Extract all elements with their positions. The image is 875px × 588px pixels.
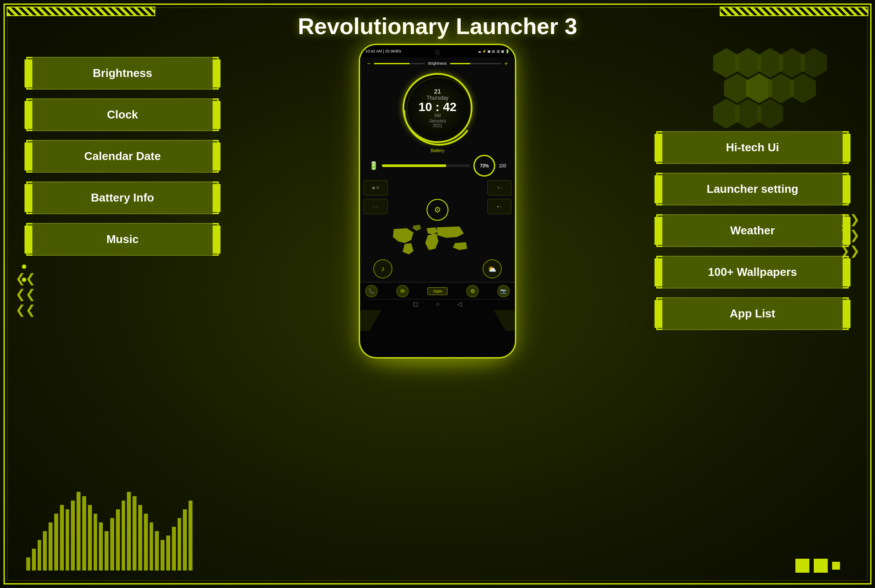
eq-bar: [105, 531, 108, 571]
phone-battery: Battery 🔋 73% 100: [360, 146, 515, 178]
eq-bar: [138, 505, 142, 571]
eq-bar: [82, 496, 86, 571]
eq-bar: [189, 501, 192, 571]
phone-screen: − Brightness +: [360, 57, 515, 310]
eq-bar: [66, 509, 70, 571]
phone-app-icons-2: ○ ○ ⚙ ● ○: [360, 197, 515, 223]
eq-bar: [166, 536, 170, 571]
applist-button[interactable]: App List: [656, 297, 849, 330]
nav-dots: [795, 559, 840, 573]
svg-point-16: [404, 75, 474, 145]
phone-app-icons-1: ▣ ⚙ ≡ •: [360, 178, 515, 197]
eq-bar: [38, 540, 42, 571]
clock-button[interactable]: Clock: [26, 98, 219, 131]
eq-bar: [71, 501, 75, 571]
eq-bar: [150, 522, 154, 571]
eq-bar: [26, 557, 30, 571]
phone-mockup: 10:42 AM | 20.9KB/s ☁ ⚡ ▣ ▤ ▥ ▦ 🔋 −: [359, 44, 516, 358]
brightness-button[interactable]: Brightness: [26, 57, 219, 90]
eq-bar: [94, 514, 98, 571]
battery-info-button[interactable]: Battery Info: [26, 181, 219, 214]
eq-bar: [122, 501, 126, 571]
equalizer: [26, 483, 192, 571]
wallpapers-button[interactable]: 100+ Wallpapers: [656, 256, 849, 289]
top-strip-right: [720, 7, 868, 16]
eq-bar: [144, 514, 148, 571]
phone-clock: 21 Thursday 10 : 42 AM January 2021: [402, 73, 472, 143]
app-title: Revolutionary Launcher 3: [298, 13, 578, 39]
eq-bar: [32, 549, 36, 571]
eq-bar: [183, 509, 187, 571]
weather-button[interactable]: Weather: [656, 214, 849, 247]
eq-bar: [178, 518, 182, 571]
eq-bar: [49, 522, 52, 571]
music-button[interactable]: Music: [26, 223, 219, 256]
eq-bar: [133, 496, 136, 571]
phone-notch: [434, 49, 441, 56]
left-panel: Brightness Clock Calendar Date Battery I…: [26, 57, 219, 256]
eq-bar: [54, 514, 58, 571]
eq-bar: [161, 540, 164, 571]
calendar-button[interactable]: Calendar Date: [26, 140, 219, 173]
eq-bar: [127, 492, 131, 571]
eq-bar: [116, 509, 120, 571]
eq-bar: [77, 492, 80, 571]
eq-bar: [110, 518, 114, 571]
hitech-button[interactable]: Hi-tech Ui: [656, 131, 849, 164]
eq-bar: [88, 505, 92, 571]
eq-bar: [155, 531, 159, 571]
phone-brightness: − Brightness +: [360, 57, 515, 70]
phone: 10:42 AM | 20.9KB/s ☁ ⚡ ▣ ▤ ▥ ▦ 🔋 −: [359, 44, 516, 358]
launcher-setting-button[interactable]: Launcher setting: [656, 173, 849, 205]
brightness-btn-inner[interactable]: Brightness: [26, 57, 219, 90]
left-dots: [22, 264, 26, 282]
right-panel: Hi-tech Ui Launcher setting Weather 100+…: [656, 131, 849, 330]
phone-bottom-icons: ♪ ⛅: [360, 257, 515, 280]
eq-bar: [60, 505, 64, 571]
top-strip-left: [7, 7, 155, 16]
eq-bar: [43, 531, 47, 571]
eq-bar: [99, 522, 103, 571]
eq-bar: [172, 527, 176, 571]
phone-world-map: [360, 223, 515, 257]
svg-point-17: [407, 77, 472, 142]
